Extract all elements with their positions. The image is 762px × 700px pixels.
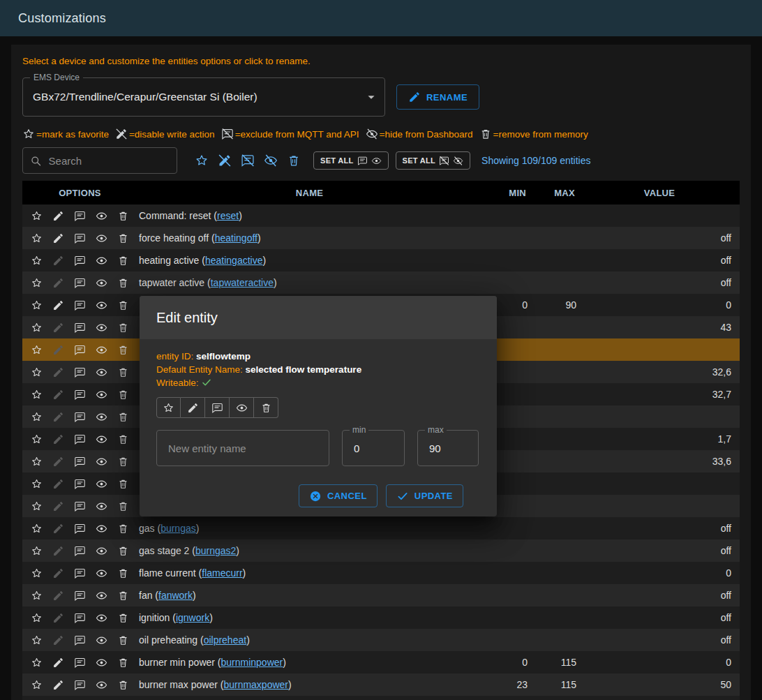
entity-name[interactable]: flame current (flamecurr) <box>137 567 481 579</box>
favorite-star-icon[interactable] <box>26 517 47 539</box>
eye-icon[interactable] <box>91 495 112 517</box>
favorite-star-icon[interactable] <box>26 651 47 673</box>
mqtt-icon[interactable] <box>69 517 91 539</box>
mqtt-icon[interactable] <box>69 405 91 428</box>
trash-icon[interactable] <box>112 629 134 651</box>
edit-pencil-icon[interactable] <box>47 450 69 472</box>
entity-name[interactable]: tapwater active (tapwateractive) <box>137 277 481 288</box>
trash-icon[interactable] <box>112 450 134 472</box>
eye-icon[interactable] <box>91 271 112 294</box>
eye-icon[interactable] <box>91 227 112 249</box>
entity-shortname-link[interactable]: burngas <box>160 523 196 534</box>
pencil-toggle-button[interactable] <box>181 397 205 418</box>
cancel-button[interactable]: CANCEL <box>299 484 378 507</box>
eye-icon[interactable] <box>91 361 112 383</box>
set-all-show-button[interactable]: SET ALL <box>313 151 389 170</box>
entity-shortname-link[interactable]: burngas2 <box>195 545 236 556</box>
edit-pencil-icon[interactable] <box>47 584 69 606</box>
eye-icon[interactable] <box>91 338 112 361</box>
entity-shortname-link[interactable]: heatingactive <box>205 255 263 266</box>
favorite-star-icon[interactable] <box>26 361 47 383</box>
entity-shortname-link[interactable]: reset <box>217 210 239 221</box>
edit-pencil-icon[interactable] <box>47 673 69 696</box>
edit-pencil-icon[interactable] <box>47 539 69 562</box>
star-filter-button[interactable] <box>190 149 213 172</box>
entity-shortname-link[interactable]: heatingoff <box>215 232 257 244</box>
eye-icon[interactable] <box>91 405 112 428</box>
edit-pencil-icon[interactable] <box>47 629 69 651</box>
star-toggle-button[interactable] <box>156 397 181 418</box>
edit-pencil-icon[interactable] <box>47 249 69 271</box>
eye-off-filter-button[interactable] <box>259 149 282 172</box>
mqtt-icon[interactable] <box>69 584 91 606</box>
mqtt-off-filter-button[interactable] <box>236 149 259 172</box>
entity-name[interactable]: heating active (heatingactive) <box>137 255 481 266</box>
edit-pencil-icon[interactable] <box>47 562 69 584</box>
mqtt-icon[interactable] <box>69 383 91 405</box>
favorite-star-icon[interactable] <box>26 450 47 472</box>
favorite-star-icon[interactable] <box>26 428 47 450</box>
trash-icon[interactable] <box>112 673 134 696</box>
mqtt-icon[interactable] <box>69 629 91 651</box>
mqtt-icon[interactable] <box>69 495 91 517</box>
favorite-star-icon[interactable] <box>26 271 47 294</box>
edit-pencil-icon[interactable] <box>47 428 69 450</box>
eye-icon[interactable] <box>91 651 112 673</box>
trash-icon[interactable] <box>112 249 134 271</box>
eye-icon[interactable] <box>91 606 112 629</box>
trash-icon[interactable] <box>112 294 134 316</box>
favorite-star-icon[interactable] <box>26 606 47 629</box>
edit-pencil-icon[interactable] <box>47 227 69 249</box>
trash-icon[interactable] <box>112 383 134 405</box>
mqtt-icon[interactable] <box>69 539 91 562</box>
edit-pencil-icon[interactable] <box>47 271 69 294</box>
favorite-star-icon[interactable] <box>26 316 47 338</box>
edit-pencil-icon[interactable] <box>47 361 69 383</box>
favorite-star-icon[interactable] <box>26 338 47 361</box>
min-field[interactable]: min <box>342 430 405 466</box>
entity-name[interactable]: force heating off (heatingoff) <box>137 232 481 244</box>
edit-pencil-icon[interactable] <box>47 294 69 316</box>
entity-name[interactable]: fan (fanwork) <box>137 590 481 601</box>
eye-icon[interactable] <box>91 562 112 584</box>
set-all-hide-button[interactable]: SET ALL <box>396 151 471 170</box>
trash-icon[interactable] <box>112 405 134 428</box>
trash-icon[interactable] <box>112 495 134 517</box>
min-input[interactable] <box>352 442 394 455</box>
search-input[interactable] <box>47 154 170 167</box>
edit-pencil-icon[interactable] <box>47 472 69 495</box>
new-entity-name-input[interactable] <box>167 442 319 455</box>
trash-filter-button[interactable] <box>282 149 305 172</box>
edit-pencil-icon[interactable] <box>47 405 69 428</box>
favorite-star-icon[interactable] <box>26 696 47 700</box>
trash-icon[interactable] <box>112 204 134 227</box>
mqtt-icon[interactable] <box>69 316 91 338</box>
eye-icon[interactable] <box>91 383 112 405</box>
entity-shortname-link[interactable]: fanwork <box>158 590 193 601</box>
trash-icon[interactable] <box>112 271 134 294</box>
mqtt-icon[interactable] <box>69 562 91 584</box>
search-box[interactable] <box>22 147 177 174</box>
trash-icon[interactable] <box>112 338 134 361</box>
eye-icon[interactable] <box>91 673 112 696</box>
eye-icon[interactable] <box>91 472 112 495</box>
entity-shortname-link[interactable]: oilpreheat <box>204 634 247 646</box>
entity-shortname-link[interactable]: burnminpower <box>221 657 283 668</box>
favorite-star-icon[interactable] <box>26 562 47 584</box>
eye-icon[interactable] <box>91 450 112 472</box>
eye-icon[interactable] <box>91 249 112 271</box>
trash-icon[interactable] <box>112 539 134 562</box>
trash-icon[interactable] <box>112 517 134 539</box>
rename-button[interactable]: RENAME <box>396 84 479 110</box>
edit-pencil-icon[interactable] <box>47 316 69 338</box>
favorite-star-icon[interactable] <box>26 539 47 562</box>
edit-pencil-icon[interactable] <box>47 517 69 539</box>
entity-name[interactable]: burner min power (burnminpower) <box>137 657 481 668</box>
entity-name[interactable]: gas stage 2 (burngas2) <box>137 545 481 556</box>
favorite-star-icon[interactable] <box>26 405 47 428</box>
favorite-star-icon[interactable] <box>26 227 47 249</box>
mqtt-icon[interactable] <box>69 606 91 629</box>
eye-icon[interactable] <box>91 584 112 606</box>
mqtt-icon[interactable] <box>69 338 91 361</box>
trash-icon[interactable] <box>112 361 134 383</box>
